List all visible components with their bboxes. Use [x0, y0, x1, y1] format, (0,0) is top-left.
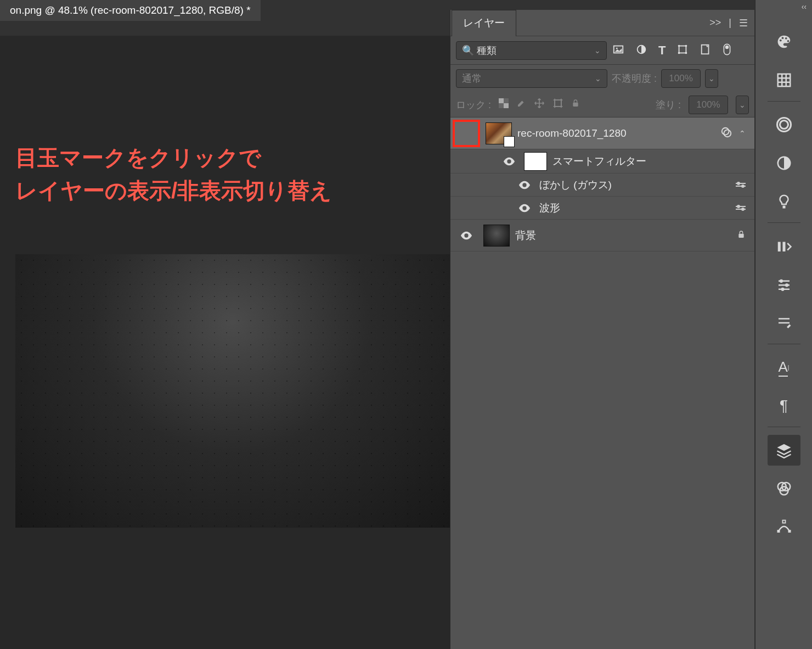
annotation-text: 目玉マークをクリックで レイヤーの表示/非表示切り替え: [15, 141, 332, 207]
layer-name[interactable]: 背景: [515, 228, 731, 243]
svg-point-33: [780, 121, 788, 129]
layer-name[interactable]: ぼかし (ガウス): [539, 178, 730, 192]
layer-effects-icon[interactable]: [720, 126, 732, 141]
channels-panel-icon[interactable]: [768, 473, 800, 504]
lock-all-icon[interactable]: [571, 98, 580, 111]
lock-icon[interactable]: [737, 230, 746, 242]
svg-point-10: [725, 45, 729, 48]
fill-label: 塗り :: [656, 98, 681, 111]
svg-point-22: [724, 130, 731, 137]
divider: |: [729, 17, 731, 29]
svg-rect-20: [573, 103, 578, 107]
svg-rect-38: [777, 242, 780, 252]
filter-smartobject-icon[interactable]: [700, 43, 712, 58]
svg-rect-12: [504, 103, 509, 108]
filter-kind-select[interactable]: 🔍 種類 ⌄: [456, 41, 607, 60]
collapse-panels-icon[interactable]: ‹‹: [802, 2, 807, 11]
filter-blend-icon[interactable]: [736, 183, 746, 187]
opacity-chevron[interactable]: ⌄: [705, 69, 718, 88]
visibility-toggle[interactable]: [515, 181, 534, 189]
lock-artboard-icon[interactable]: [552, 98, 563, 111]
layers-panel-icon[interactable]: [768, 435, 800, 466]
lock-row: ロック : 塗り : 100% ⌄: [450, 92, 754, 118]
svg-rect-15: [555, 100, 561, 107]
annotation-line1: 目玉マークをクリックで: [15, 141, 332, 174]
brushes-panel-icon[interactable]: [768, 307, 800, 338]
svg-rect-52: [788, 530, 791, 533]
lock-position-icon[interactable]: [534, 98, 545, 111]
svg-point-21: [722, 127, 729, 135]
filter-row: 🔍 種類 ⌄ T: [450, 36, 754, 65]
svg-point-1: [616, 47, 618, 49]
actions-panel-icon[interactable]: [768, 231, 800, 261]
blend-row: 通常 ⌄ 不透明度 : 100% ⌄: [450, 65, 754, 92]
filter-blend-icon[interactable]: [736, 206, 746, 210]
learn-panel-icon[interactable]: [768, 186, 800, 217]
svg-rect-14: [499, 103, 504, 108]
blend-mode-select[interactable]: 通常 ⌄: [456, 69, 607, 88]
panel-tab-layers[interactable]: レイヤー: [452, 10, 516, 36]
fill-chevron[interactable]: ⌄: [736, 96, 749, 114]
panel-menu-icon[interactable]: ☰: [739, 17, 748, 29]
document-title: on.png @ 48.1% (rec-room-802017_1280, RG…: [10, 4, 251, 16]
svg-rect-28: [777, 74, 790, 87]
properties-panel-icon[interactable]: [768, 269, 800, 300]
chevron-down-icon: ⌄: [594, 46, 601, 55]
layer-row-wave[interactable]: 波形: [450, 197, 754, 220]
filter-image-icon[interactable]: [612, 43, 624, 58]
svg-rect-23: [738, 233, 743, 237]
visibility-highlight: [453, 120, 480, 147]
svg-rect-3: [679, 46, 686, 53]
filter-toggle-icon[interactable]: [723, 43, 731, 58]
panel-header: レイヤー >> | ☰: [450, 10, 754, 36]
svg-point-4: [678, 44, 680, 47]
svg-point-43: [785, 283, 788, 287]
layer-thumbnail[interactable]: [486, 122, 512, 144]
layer-name[interactable]: スマートフィルター: [552, 154, 750, 169]
paragraph-panel-icon[interactable]: ¶: [768, 390, 800, 421]
opacity-value[interactable]: 100%: [661, 69, 701, 88]
layer-row-smartfilter[interactable]: スマートフィルター: [450, 149, 754, 174]
layer-name[interactable]: rec-room-802017_1280: [517, 127, 715, 139]
svg-point-5: [685, 44, 687, 47]
filter-shape-icon[interactable]: [676, 43, 689, 58]
visibility-toggle[interactable]: [455, 231, 478, 240]
annotation-line2: レイヤーの表示/非表示切り替え: [15, 174, 332, 207]
canvas-image[interactable]: [15, 254, 450, 528]
layer-collapse-icon[interactable]: ⌃: [739, 129, 746, 138]
filter-type-icon[interactable]: T: [658, 43, 666, 58]
swatches-panel-icon[interactable]: [768, 65, 800, 96]
svg-point-45: [781, 288, 784, 291]
lock-brush-icon[interactable]: [516, 98, 526, 111]
opacity-label: 不透明度 :: [612, 72, 657, 85]
canvas-area: 目玉マークをクリックで レイヤーの表示/非表示切り替え: [0, 36, 450, 649]
layer-row-background[interactable]: 背景: [450, 220, 754, 251]
layer-thumbnail[interactable]: [483, 225, 510, 247]
svg-point-25: [781, 37, 783, 39]
svg-rect-39: [782, 242, 785, 252]
paths-panel-icon[interactable]: [768, 512, 800, 542]
svg-point-24: [779, 40, 781, 42]
layer-name[interactable]: 波形: [539, 201, 730, 215]
visibility-toggle[interactable]: [515, 204, 534, 212]
layers-panel: レイヤー >> | ☰ 🔍 種類 ⌄ T 通常 ⌄ 不透明度 : 100% ⌄: [450, 10, 754, 649]
layer-row-gaussian-blur[interactable]: ぼかし (ガウス): [450, 174, 754, 197]
filter-mask-thumbnail[interactable]: [524, 152, 547, 171]
character-panel-icon[interactable]: A|: [768, 352, 800, 383]
filter-adjustment-icon[interactable]: [635, 43, 647, 58]
fill-value[interactable]: 100%: [689, 96, 728, 114]
lock-transparent-icon[interactable]: [499, 98, 509, 111]
adjustments-panel-icon[interactable]: [768, 148, 800, 178]
layer-row-rec-room[interactable]: rec-room-802017_1280 ⌃: [450, 118, 754, 149]
libraries-panel-icon[interactable]: [768, 109, 800, 140]
svg-point-6: [678, 52, 680, 54]
svg-rect-13: [504, 98, 509, 103]
color-panel-icon[interactable]: [768, 26, 800, 57]
svg-point-26: [785, 37, 787, 40]
svg-rect-53: [782, 521, 785, 523]
visibility-toggle[interactable]: [500, 157, 518, 166]
right-toolbar: ‹‹ A| ¶: [755, 0, 812, 649]
panel-expand-button[interactable]: >>: [709, 17, 721, 29]
svg-rect-11: [499, 98, 504, 103]
document-tab[interactable]: on.png @ 48.1% (rec-room-802017_1280, RG…: [0, 0, 261, 21]
